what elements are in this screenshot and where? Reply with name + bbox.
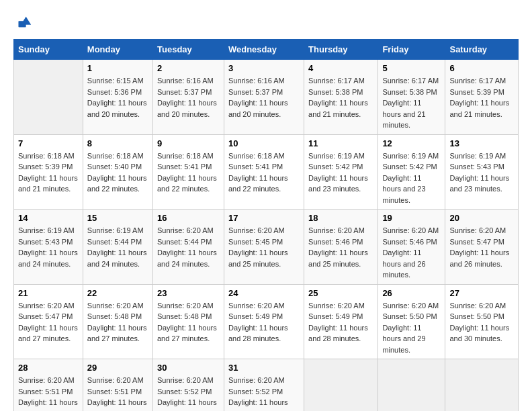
sunset: Sunset: 5:47 PM [449, 236, 514, 248]
sunset: Sunset: 5:43 PM [18, 236, 79, 248]
daylight: Daylight: 11 hours and 24 minutes. [87, 247, 148, 269]
calendar-cell [304, 359, 378, 412]
day-info: Sunrise: 6:20 AM Sunset: 5:51 PM Dayligh… [87, 375, 148, 411]
calendar-cell: 23 Sunrise: 6:20 AM Sunset: 5:48 PM Dayl… [153, 284, 224, 359]
sunrise: Sunrise: 6:19 AM [449, 150, 514, 162]
calendar-cell: 20 Sunrise: 6:20 AM Sunset: 5:47 PM Dayl… [445, 210, 519, 285]
sunrise: Sunrise: 6:17 AM [449, 75, 514, 87]
day-info: Sunrise: 6:19 AM Sunset: 5:42 PM Dayligh… [308, 150, 373, 195]
sunset: Sunset: 5:46 PM [308, 236, 373, 248]
sunrise: Sunrise: 6:19 AM [87, 225, 148, 236]
day-number: 23 [157, 288, 220, 298]
day-info: Sunrise: 6:20 AM Sunset: 5:45 PM Dayligh… [228, 225, 300, 269]
day-number: 22 [87, 288, 148, 298]
daylight: Daylight: 11 hours and 21 minutes. [382, 97, 441, 131]
calendar-cell: 30 Sunrise: 6:20 AM Sunset: 5:52 PM Dayl… [153, 359, 224, 412]
day-info: Sunrise: 6:17 AM Sunset: 5:38 PM Dayligh… [308, 75, 373, 120]
sunset: Sunset: 5:38 PM [308, 87, 373, 98]
calendar-cell: 15 Sunrise: 6:19 AM Sunset: 5:44 PM Dayl… [83, 210, 152, 285]
daylight: Daylight: 11 hours and 20 minutes. [157, 97, 220, 120]
day-number: 9 [157, 138, 220, 148]
daylight: Daylight: 11 hours and 24 minutes. [18, 247, 79, 269]
sunset: Sunset: 5:37 PM [157, 87, 220, 98]
day-info: Sunrise: 6:18 AM Sunset: 5:40 PM Dayligh… [87, 150, 148, 195]
day-number: 18 [308, 213, 373, 223]
sunset: Sunset: 5:40 PM [87, 161, 148, 173]
sunset: Sunset: 5:47 PM [18, 311, 79, 322]
day-info: Sunrise: 6:20 AM Sunset: 5:44 PM Dayligh… [157, 225, 220, 269]
sunrise: Sunrise: 6:18 AM [87, 150, 148, 162]
calendar-cell: 18 Sunrise: 6:20 AM Sunset: 5:46 PM Dayl… [304, 210, 378, 285]
daylight: Daylight: 11 hours and 30 minutes. [18, 397, 79, 411]
day-number: 1 [87, 63, 148, 73]
sunrise: Sunrise: 6:20 AM [382, 300, 441, 312]
logo [13, 13, 34, 32]
day-number: 29 [87, 363, 148, 373]
sunset: Sunset: 5:42 PM [308, 161, 373, 173]
sunrise: Sunrise: 6:16 AM [157, 75, 220, 87]
sunset: Sunset: 5:51 PM [18, 386, 79, 398]
day-info: Sunrise: 6:20 AM Sunset: 5:47 PM Dayligh… [18, 300, 79, 345]
calendar-cell: 10 Sunrise: 6:18 AM Sunset: 5:41 PM Dayl… [224, 134, 304, 210]
day-number: 3 [228, 63, 300, 73]
daylight: Daylight: 11 hours and 20 minutes. [87, 97, 148, 120]
sunrise: Sunrise: 6:20 AM [382, 225, 441, 236]
day-info: Sunrise: 6:18 AM Sunset: 5:39 PM Dayligh… [18, 150, 79, 195]
calendar-cell: 2 Sunrise: 6:16 AM Sunset: 5:37 PM Dayli… [153, 60, 224, 135]
day-info: Sunrise: 6:20 AM Sunset: 5:52 PM Dayligh… [157, 375, 220, 411]
sunrise: Sunrise: 6:20 AM [87, 375, 148, 386]
daylight: Daylight: 11 hours and 22 minutes. [87, 173, 148, 195]
sunrise: Sunrise: 6:20 AM [449, 300, 514, 312]
sunrise: Sunrise: 6:20 AM [157, 300, 220, 312]
day-number: 15 [87, 213, 148, 223]
daylight: Daylight: 11 hours and 23 minutes. [382, 173, 441, 206]
calendar-week-3: 14 Sunrise: 6:19 AM Sunset: 5:43 PM Dayl… [14, 210, 519, 285]
day-number: 21 [18, 288, 79, 298]
calendar-cell: 9 Sunrise: 6:18 AM Sunset: 5:41 PM Dayli… [153, 134, 224, 210]
day-number: 31 [228, 363, 300, 373]
daylight: Daylight: 11 hours and 30 minutes. [449, 322, 514, 345]
header-day-sunday: Sunday [14, 40, 83, 60]
svg-rect-1 [18, 21, 26, 27]
header-day-tuesday: Tuesday [153, 40, 224, 60]
sunrise: Sunrise: 6:15 AM [87, 75, 148, 87]
sunset: Sunset: 5:39 PM [18, 161, 79, 173]
day-number: 14 [18, 213, 79, 223]
sunrise: Sunrise: 6:19 AM [18, 225, 79, 236]
calendar-table: SundayMondayTuesdayWednesdayThursdayFrid… [13, 39, 519, 411]
calendar-cell: 17 Sunrise: 6:20 AM Sunset: 5:45 PM Dayl… [224, 210, 304, 285]
sunrise: Sunrise: 6:20 AM [228, 225, 300, 236]
sunset: Sunset: 5:52 PM [228, 386, 300, 398]
calendar-cell: 29 Sunrise: 6:20 AM Sunset: 5:51 PM Dayl… [83, 359, 152, 412]
day-number: 30 [157, 363, 220, 373]
calendar-cell: 4 Sunrise: 6:17 AM Sunset: 5:38 PM Dayli… [304, 60, 378, 135]
sunset: Sunset: 5:37 PM [228, 87, 300, 98]
sunset: Sunset: 5:52 PM [157, 386, 220, 398]
calendar-cell: 16 Sunrise: 6:20 AM Sunset: 5:44 PM Dayl… [153, 210, 224, 285]
sunrise: Sunrise: 6:18 AM [18, 150, 79, 162]
sunrise: Sunrise: 6:17 AM [308, 75, 373, 87]
sunrise: Sunrise: 6:16 AM [228, 75, 300, 87]
day-info: Sunrise: 6:17 AM Sunset: 5:39 PM Dayligh… [449, 75, 514, 120]
daylight: Daylight: 11 hours and 27 minutes. [157, 322, 220, 345]
day-info: Sunrise: 6:19 AM Sunset: 5:43 PM Dayligh… [449, 150, 514, 195]
calendar-cell: 1 Sunrise: 6:15 AM Sunset: 5:36 PM Dayli… [83, 60, 152, 135]
daylight: Daylight: 11 hours and 21 minutes. [308, 97, 373, 120]
sunset: Sunset: 5:50 PM [449, 311, 514, 322]
day-number: 7 [18, 138, 79, 148]
daylight: Daylight: 11 hours and 28 minutes. [228, 322, 300, 345]
sunset: Sunset: 5:51 PM [87, 386, 148, 398]
sunset: Sunset: 5:49 PM [228, 311, 300, 322]
sunrise: Sunrise: 6:17 AM [382, 75, 441, 87]
sunrise: Sunrise: 6:19 AM [382, 150, 441, 162]
calendar-week-1: 1 Sunrise: 6:15 AM Sunset: 5:36 PM Dayli… [14, 60, 519, 135]
calendar-cell: 25 Sunrise: 6:20 AM Sunset: 5:49 PM Dayl… [304, 284, 378, 359]
calendar-body: 1 Sunrise: 6:15 AM Sunset: 5:36 PM Dayli… [14, 60, 519, 412]
day-info: Sunrise: 6:20 AM Sunset: 5:52 PM Dayligh… [228, 375, 300, 411]
header-day-friday: Friday [378, 40, 445, 60]
daylight: Daylight: 11 hours and 26 minutes. [382, 247, 441, 281]
sunrise: Sunrise: 6:20 AM [228, 375, 300, 386]
day-info: Sunrise: 6:15 AM Sunset: 5:36 PM Dayligh… [87, 75, 148, 120]
daylight: Daylight: 11 hours and 27 minutes. [87, 322, 148, 345]
day-number: 20 [449, 213, 514, 223]
